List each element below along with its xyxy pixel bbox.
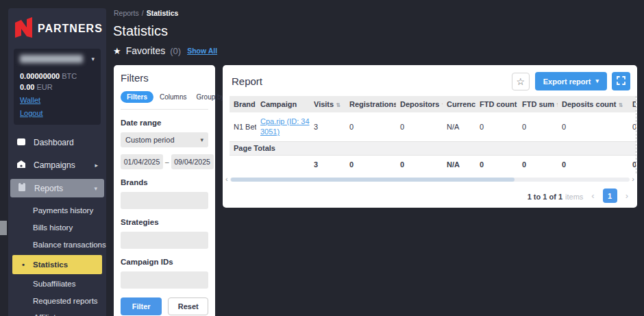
- sidebar-item-statistics[interactable]: • Statistics: [12, 255, 102, 274]
- report-table-wrap: Brand Campaign Visits⇅ Registrations⇅ De…: [230, 96, 636, 173]
- pagination: 1 to 1 of 1items ‹ 1 ›: [223, 189, 637, 203]
- cell-depositors: 0: [396, 112, 443, 141]
- total-deposits-count: 0: [558, 155, 628, 173]
- sidebar-item-label: Dashboard: [34, 138, 98, 147]
- period-select[interactable]: Custom period ▾: [121, 132, 208, 147]
- cell-ftd-count: 0: [475, 112, 518, 141]
- sidebar-item-balance-transactions[interactable]: Balance transactions: [8, 236, 106, 254]
- date-range-inputs: –: [121, 154, 208, 169]
- total-currency: N/A: [443, 155, 475, 173]
- scrollbar-track[interactable]: [230, 178, 630, 182]
- filters-buttons: Filter Reset: [121, 297, 208, 315]
- col-ftd-sum[interactable]: FTD sum⇅: [518, 96, 558, 112]
- favorites-row: ★ Favorites (0) Show All: [113, 45, 217, 56]
- col-campaign[interactable]: Campaign: [256, 96, 310, 112]
- chevron-down-icon: ▾: [595, 78, 599, 84]
- table-row: N1 Bet Cpa.rip (ID: 343051) 3 0 0 N/A 0 …: [230, 112, 636, 141]
- col-registrations[interactable]: Registrations⇅: [345, 96, 396, 112]
- next-page-icon[interactable]: ›: [626, 191, 628, 201]
- btc-balance: 0.00000000BTC: [20, 72, 95, 80]
- account-selector[interactable]: ▾: [20, 55, 95, 63]
- campaign-ids-input[interactable]: [121, 271, 208, 289]
- sidebar-item-dashboard[interactable]: Dashboard: [8, 134, 106, 151]
- breadcrumb-separator: /: [142, 9, 144, 17]
- sidebar-item-requested-reports[interactable]: Requested reports: [8, 293, 106, 310]
- total-registrations: 0: [345, 155, 396, 173]
- sort-icon[interactable]: ⇅: [441, 102, 443, 108]
- col-ftd-count[interactable]: FTD count⇅: [475, 96, 518, 112]
- breadcrumb-current: Statistics: [147, 9, 179, 17]
- filter-button[interactable]: Filter: [121, 297, 162, 315]
- brands-input[interactable]: [121, 192, 208, 209]
- sidebar-item-subaffiliates[interactable]: Subaffiliates: [8, 276, 106, 293]
- cell-ftd-sum: 0: [518, 112, 558, 141]
- filters-tabs: Filters Columns Group by: [121, 91, 208, 110]
- scrollbar-thumb[interactable]: [231, 178, 515, 182]
- favorite-report-button[interactable]: ☆: [512, 73, 530, 90]
- show-all-link[interactable]: Show All: [187, 47, 217, 55]
- col-deposits-count[interactable]: Deposits count⇅: [558, 96, 628, 112]
- collapsed-panel-handle[interactable]: [0, 221, 7, 235]
- sidebar-item-label: Campaigns: [34, 160, 87, 170]
- period-select-value: Custom period: [125, 136, 175, 144]
- reset-button[interactable]: Reset: [168, 297, 208, 315]
- prev-page-icon[interactable]: ‹: [591, 191, 594, 201]
- date-to-input[interactable]: [171, 154, 214, 169]
- sidebar-item-payments-history[interactable]: Payments history: [8, 202, 106, 219]
- strategies-input[interactable]: [121, 232, 208, 249]
- strategies-label: Strategies: [121, 218, 208, 226]
- report-table: Brand Campaign Visits⇅ Registrations⇅ De…: [230, 96, 636, 173]
- col-brand[interactable]: Brand: [230, 96, 256, 112]
- col-clipped[interactable]: De: [628, 96, 636, 112]
- tab-columns[interactable]: Columns: [156, 91, 190, 103]
- tab-filters[interactable]: Filters: [121, 91, 153, 103]
- cell-brand: N1 Bet: [230, 112, 256, 141]
- sidebar-item-campaigns[interactable]: Campaigns ▸: [8, 156, 106, 174]
- wallet-link[interactable]: Wallet: [20, 96, 95, 104]
- total-visits: 3: [310, 155, 345, 173]
- sidebar-item-label: Affiliate program: [34, 313, 87, 316]
- cell-deposits-count: 0: [558, 112, 628, 141]
- n1-logo-icon: [15, 17, 33, 40]
- campaign-link[interactable]: Cpa.rip (ID: 343051): [260, 117, 310, 137]
- cell-clipped: 0: [628, 112, 636, 141]
- total-clipped: 0: [628, 155, 636, 173]
- col-depositors[interactable]: Depositors⇅: [396, 96, 443, 112]
- col-visits[interactable]: Visits⇅: [310, 96, 345, 112]
- page-title: Statistics: [113, 23, 168, 39]
- scroll-right-icon[interactable]: ›: [632, 175, 634, 183]
- favorites-label: Favorites: [126, 45, 166, 56]
- bullet-icon: •: [22, 255, 25, 274]
- logo[interactable]: PARTNERS: [8, 8, 106, 40]
- date-range-label: Date range: [121, 119, 208, 127]
- cell-registrations: 0: [345, 112, 396, 141]
- filters-title: Filters: [121, 72, 208, 84]
- sort-icon[interactable]: ⇅: [618, 102, 623, 108]
- page-totals-header: Page Totals: [230, 141, 636, 155]
- breadcrumb: Reports/Statistics: [114, 9, 178, 17]
- sidebar-menu: Dashboard Campaigns ▸ Reports ▾ Payments…: [8, 134, 106, 316]
- export-report-button[interactable]: Export report ▾: [535, 72, 607, 90]
- scroll-left-icon[interactable]: ‹: [225, 175, 228, 183]
- col-currency[interactable]: Currency: [443, 96, 475, 112]
- sidebar-item-bills-history[interactable]: Bills history: [8, 219, 106, 236]
- fullscreen-button[interactable]: [612, 72, 630, 90]
- page-1-button[interactable]: 1: [603, 189, 617, 203]
- favorites-count: (0): [170, 46, 181, 56]
- sidebar-item-reports[interactable]: Reports ▾: [10, 179, 104, 197]
- sort-icon[interactable]: ⇅: [556, 102, 558, 108]
- logout-link[interactable]: Logout: [20, 109, 95, 117]
- fullscreen-icon: [617, 76, 626, 87]
- horizontal-scrollbar: ‹ ›: [225, 175, 634, 183]
- date-from-input[interactable]: [121, 154, 163, 169]
- breadcrumb-reports-link[interactable]: Reports: [114, 9, 139, 17]
- star-icon: ★: [113, 46, 121, 56]
- campaigns-icon: [16, 160, 26, 171]
- chevron-down-icon: ▾: [94, 185, 97, 192]
- brands-label: Brands: [121, 178, 208, 186]
- sort-icon[interactable]: ⇅: [336, 102, 340, 108]
- report-panel: Report ☆ Export report ▾ Brand Campaign …: [223, 65, 637, 208]
- star-outline-icon: ☆: [517, 76, 525, 87]
- reports-icon: [17, 182, 27, 194]
- pagination-info: 1 to 1 of 1items: [528, 190, 584, 202]
